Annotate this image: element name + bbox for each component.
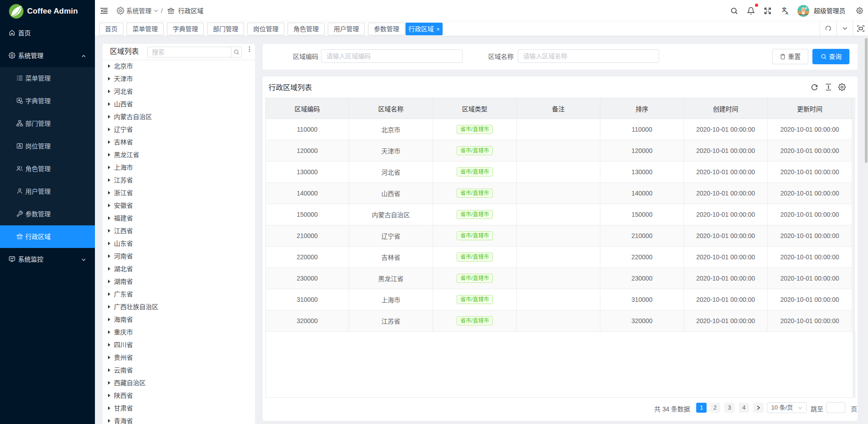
svg-text:A: A bbox=[785, 11, 788, 15]
